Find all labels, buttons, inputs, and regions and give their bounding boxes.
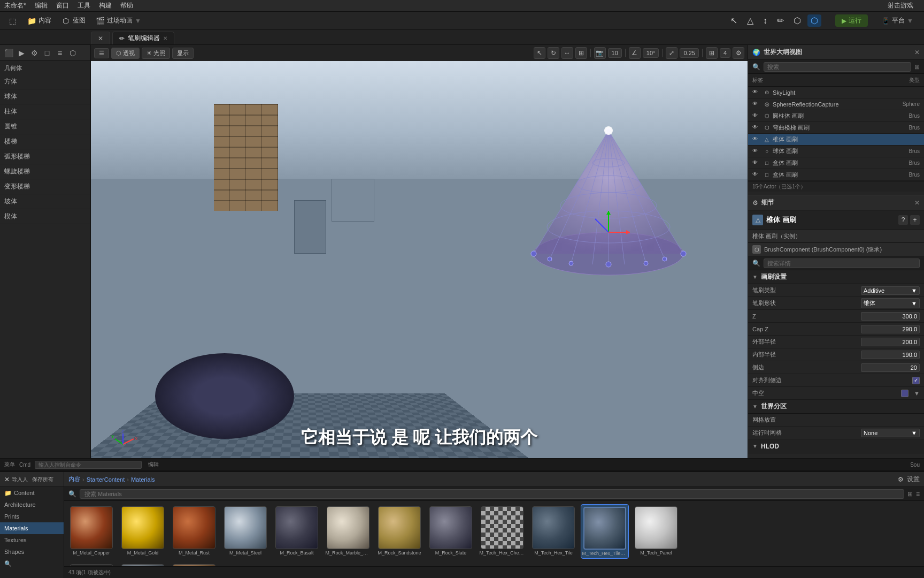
menu-build[interactable]: 构建 <box>99 1 112 10</box>
console-input[interactable] <box>35 461 142 469</box>
material-sandstone[interactable]: M_Rock_Sandstone <box>375 504 424 559</box>
outline-item-box2[interactable]: 👁 □ 盒体 画刷 Brus <box>748 169 924 181</box>
material-marble[interactable]: M_Rock_Marble_Polished <box>324 504 372 559</box>
tab-brush-editor[interactable]: ✏ 笔刷编辑器 ✕ <box>112 32 174 44</box>
material-gold[interactable]: M_Metal_Gold <box>119 504 167 559</box>
menu-label[interactable]: 菜单 <box>4 461 15 468</box>
outline-item-reflection[interactable]: 👁 ◎ SphereReflectionCapture Sphere <box>748 98 924 110</box>
material-chrome[interactable]: M_Metal_Chrome <box>67 562 116 566</box>
lp-item-ramp[interactable]: 坡体 <box>0 194 90 209</box>
bottom-save-label[interactable]: 保存所有 <box>32 476 53 483</box>
bottom-filter-icon[interactable]: ⊞ <box>907 490 913 498</box>
bottom-search-input[interactable] <box>80 489 904 499</box>
outline-item-box[interactable]: 👁 □ 盒体 画刷 Brus <box>748 157 924 169</box>
lp-icon-5[interactable]: ≡ <box>55 48 65 58</box>
material-steel[interactable]: M_Metal_Steel <box>221 504 270 559</box>
toolbar-mode[interactable]: ⬡ <box>807 14 821 27</box>
lp-item-spiralstairs[interactable]: 螺旋楼梯 <box>0 164 90 179</box>
outliner-filter-icon[interactable]: ⊞ <box>914 63 920 71</box>
brush-settings-section[interactable]: ▼ 画刷设置 <box>748 270 924 284</box>
outline-item-curved-stairs[interactable]: 👁 ⬡ 弯曲楼梯 画刷 Brus <box>748 122 924 134</box>
world-partition-section[interactable]: ▼ 世界分区 <box>748 400 924 414</box>
outline-item-cylinder[interactable]: 👁 ⬡ 圆柱体 画刷 Brus <box>748 110 924 122</box>
lp-icon-6[interactable]: ⬡ <box>67 48 78 58</box>
align-sides-checkbox[interactable] <box>912 377 920 384</box>
details-close-btn[interactable]: ✕ <box>914 199 920 207</box>
vp-perspective[interactable]: ⬡ 透视 <box>111 48 140 59</box>
toolbar-select[interactable]: ⬚ <box>4 15 20 27</box>
material-hexpulse[interactable]: M_Tech_Hex_Tile_Pulse <box>581 504 629 559</box>
material-slate[interactable]: M_Rock_Slate <box>427 504 475 559</box>
outline-item-sphere[interactable]: 👁 ○ 球体 画刷 Brus <box>748 146 924 157</box>
outer-radius-input[interactable]: 200.0 <box>861 338 920 346</box>
hlod-section[interactable]: ▼ HLOD <box>748 439 924 453</box>
vp-scale-control[interactable]: ↔ <box>561 47 573 59</box>
material-panel[interactable]: M_Tech_Panel <box>632 504 680 559</box>
bottom-nav-prints[interactable]: Prints <box>0 511 64 522</box>
vp-rotation[interactable]: 10° <box>643 48 659 58</box>
tab-close-btn[interactable]: ✕ <box>91 32 110 44</box>
runtime-grid-select[interactable]: None ▼ <box>861 429 920 437</box>
toolbar-blueprint[interactable]: ⬡ 蓝图 <box>58 15 89 27</box>
lp-item-arcstairs[interactable]: 弧形楼梯 <box>0 149 90 164</box>
toolbar-geometry[interactable]: ⬡ <box>790 14 804 27</box>
toolbar-content[interactable]: 📁 内容 <box>24 15 55 27</box>
vp-lighting[interactable]: ☀ 光照 <box>142 48 170 59</box>
material-hextech[interactable]: M_Tech_Hex_Tile <box>529 504 578 559</box>
hollow-checkbox[interactable] <box>901 390 908 397</box>
vp-hamburger[interactable]: ☰ <box>94 48 109 58</box>
outliner-close-btn[interactable]: ✕ <box>914 49 920 56</box>
lp-icon-1[interactable]: ⬛ <box>3 48 14 58</box>
lp-item-cone[interactable]: 圆锥 <box>0 119 90 134</box>
sides-input[interactable]: 20 <box>861 363 920 372</box>
menu-window[interactable]: 窗口 <box>56 1 69 10</box>
capz-input[interactable]: 290.0 <box>861 325 920 333</box>
source-control-label[interactable]: Sou <box>910 462 920 468</box>
settings-icon[interactable]: ⚙ <box>898 476 904 483</box>
bottom-nav-textures[interactable]: Textures <box>0 534 64 546</box>
brush-shape-select[interactable]: 锥体 ▼ <box>861 298 920 308</box>
bottom-nav-architecture[interactable]: Architecture <box>0 499 64 511</box>
outline-item-cone[interactable]: 👁 △ 椎体 画刷 <box>748 134 924 146</box>
material-rock-brown[interactable]: M_Rock_Brown <box>170 562 218 566</box>
viewport[interactable]: ☰ ⬡ 透视 ☀ 光照 显示 ↖ ↻ ↔ ⊞ 📷 10 ∠ 10° ⤢ 0.25 <box>91 45 748 471</box>
lp-item-sphere[interactable]: 球体 <box>0 89 90 104</box>
bottom-close-icon[interactable]: ✕ <box>4 476 10 483</box>
vp-snap-icon[interactable]: ⊞ <box>575 47 587 59</box>
material-copper[interactable]: M_Metal_Copper <box>67 504 116 559</box>
lp-item-box[interactable]: 方体 <box>0 74 90 89</box>
lp-item-cylinder[interactable]: 柱体 <box>0 104 90 119</box>
details-add-btn[interactable]: + <box>910 215 920 225</box>
outliner-search-input[interactable] <box>764 62 911 72</box>
menu-help[interactable]: 帮助 <box>120 1 133 10</box>
bottom-nav-content[interactable]: 📁 Content <box>0 487 64 499</box>
breadcrumb-starter[interactable]: StarterContent <box>87 476 125 483</box>
vp-angle-icon[interactable]: ∠ <box>629 47 641 59</box>
vp-select-tool[interactable]: ↖ <box>534 47 545 59</box>
lp-item-wedge[interactable]: 楔体 <box>0 209 90 224</box>
material-rust[interactable]: M_Metal_Rust <box>170 504 218 559</box>
toolbar-rotate[interactable]: △ <box>744 14 757 27</box>
settings-label[interactable]: 设置 <box>907 475 920 484</box>
vp-scale-icon[interactable]: ⤢ <box>666 47 677 59</box>
breadcrumb-content[interactable]: 内容 <box>68 475 80 483</box>
toolbar-scale-tool[interactable]: ↕ <box>760 15 771 27</box>
material-checker[interactable]: M_Tech_Hex_Checker_Dot <box>478 504 526 559</box>
bottom-nav-shapes[interactable]: Shapes <box>0 546 64 558</box>
details-info-btn[interactable]: ? <box>898 215 908 225</box>
material-basalt[interactable]: M_Rock_Basalt <box>273 504 321 559</box>
platform-button[interactable]: 📱 平台 ▼ <box>875 14 920 27</box>
vp-grid-size[interactable]: 10 <box>608 48 622 58</box>
vp-layers-icon[interactable]: ⊞ <box>706 47 718 59</box>
z-input[interactable]: 300.0 <box>861 312 920 321</box>
toolbar-move[interactable]: ↖ <box>727 14 741 27</box>
vp-layers[interactable]: 4 <box>720 48 730 58</box>
vp-show[interactable]: 显示 <box>172 48 194 59</box>
brush-type-select[interactable]: Additive ▼ <box>861 286 920 295</box>
vp-rotate-tool[interactable]: ↻ <box>548 47 559 59</box>
outline-item-skylight[interactable]: 👁 ⊙ SkyLight <box>748 87 924 98</box>
vp-settings-icon[interactable]: ⚙ <box>733 47 744 59</box>
run-button[interactable]: ▶ 运行 <box>835 14 868 27</box>
material-brushed[interactable]: M_Metal_Brushed <box>119 562 167 566</box>
bottom-sort-icon[interactable]: ≡ <box>916 490 920 498</box>
